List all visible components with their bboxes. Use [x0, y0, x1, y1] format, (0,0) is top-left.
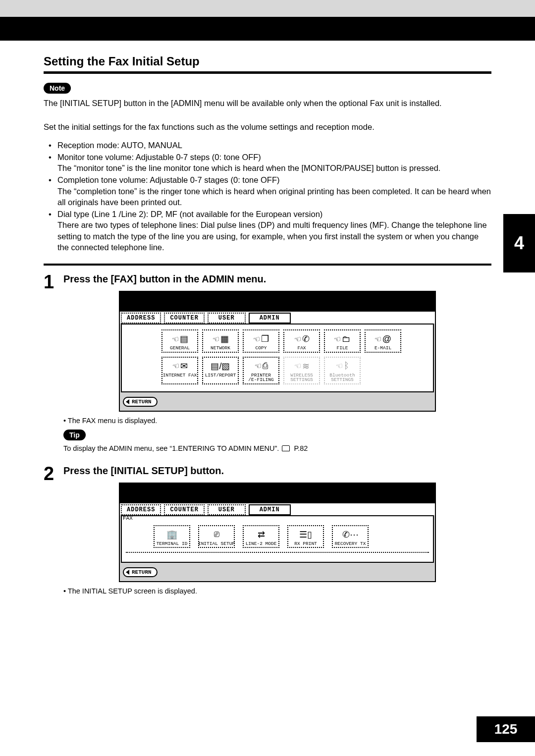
fax-line2-mode-button[interactable]: ⇄LINE-2 MODE	[243, 525, 279, 548]
btn-label: FAX	[297, 346, 306, 351]
lcd-footer: RETURN	[120, 393, 435, 411]
btn-label: GENERAL	[170, 346, 190, 351]
list-item: Completion tone volume: Adjustable 0-7 s…	[44, 174, 491, 208]
lcd-titlebar	[120, 484, 435, 503]
lcd-screenshot-fax: ADDRESS COUNTER USER ADMIN FAX 🏢TERMINAL…	[119, 483, 436, 582]
btn-label: Bluetooth SETTINGS	[329, 373, 355, 382]
bluetooth-icon: ᛒ	[344, 361, 349, 371]
hand-icon: ☞	[254, 361, 262, 371]
list-item: Monitor tone volume: Adjustable 0-7 step…	[44, 152, 491, 174]
section-heading: Setting the Fax Initial Setup	[44, 54, 491, 68]
page-content: Setting the Fax Initial Setup Note The […	[0, 17, 535, 600]
btn-label: E-MAIL	[374, 346, 391, 351]
recovery-icon: ✆⋯	[342, 528, 359, 541]
printer-icon: ⎙	[263, 361, 268, 371]
admin-bluetooth-button[interactable]: ☞ᛒBluetooth SETTINGS	[324, 357, 361, 384]
btn-label: LINE-2 MODE	[246, 541, 277, 546]
admin-list-report-button[interactable]: ▤/▧LIST/REPORT	[202, 357, 239, 384]
list-item-line: Monitor tone volume: Adjustable 0-7 step…	[57, 153, 261, 162]
list-icon: ▤	[180, 333, 188, 344]
btn-label: TERMINAL ID	[157, 541, 188, 546]
tab-address[interactable]: ADDRESS	[121, 313, 161, 324]
wireless-icon: ≋	[302, 361, 310, 372]
admin-general-button[interactable]: ☞▤GENERAL	[161, 329, 198, 353]
tab-address[interactable]: ADDRESS	[121, 504, 161, 515]
report-icon: ▤/▧	[211, 361, 230, 372]
lcd-screenshot-admin: ADDRESS COUNTER USER ADMIN ☞▤GENERAL ☞▦N…	[119, 291, 436, 412]
hand-icon: ☞	[171, 334, 179, 344]
tip-text-main: To display the ADMIN menu, see “1.ENTERI…	[63, 444, 279, 452]
step-body: Press the [FAX] button in the ADMIN menu…	[63, 272, 491, 461]
list-item-sub: The “monitor tone” is the line monitor t…	[57, 162, 491, 173]
admin-internet-fax-button[interactable]: ☞✉INTERNET FAX	[161, 357, 198, 384]
admin-copy-button[interactable]: ☞❐COPY	[243, 329, 279, 353]
tip-page-ref: P.82	[294, 444, 308, 452]
btn-label: INTERNET FAX	[163, 373, 197, 378]
btn-label: WIRELESS SETTINGS	[290, 373, 313, 382]
rx-print-icon: ☰▯	[299, 528, 312, 541]
step-2: 2 Press the [INITIAL SETUP] button. ADDR…	[44, 464, 491, 600]
hand-icon: ☞	[212, 334, 220, 344]
step-body: Press the [INITIAL SETUP] button. ADDRES…	[63, 464, 491, 600]
dotted-divider	[126, 552, 429, 553]
intro-text: Set the initial settings for the fax fun…	[44, 121, 491, 132]
lcd-panel: ☞▤GENERAL ☞▦NETWORK ☞❐COPY ☞✆FAX ☞🗀FILE …	[121, 324, 434, 392]
admin-file-button[interactable]: ☞🗀FILE	[324, 329, 361, 353]
admin-email-button[interactable]: ☞@E-MAIL	[365, 329, 401, 353]
admin-printer-efiling-button[interactable]: ☞⎙PRINTER /E-FILING	[243, 357, 279, 384]
page-number: 125	[477, 716, 535, 742]
tab-admin[interactable]: ADMIN	[249, 504, 291, 515]
hand-icon: ☞	[333, 334, 341, 344]
fax-setup-icon: ⎚	[214, 528, 219, 541]
step-title: Press the [INITIAL SETUP] button.	[63, 465, 491, 477]
lcd-body: ADDRESS COUNTER USER ADMIN ☞▤GENERAL ☞▦N…	[120, 312, 435, 411]
list-item: Reception mode: AUTO, MANUAL	[44, 140, 491, 151]
return-button[interactable]: RETURN	[123, 397, 158, 407]
fax-initial-setup-button[interactable]: ⎚INITIAL SETUP	[198, 525, 235, 548]
building-icon: 🏢	[166, 528, 177, 541]
return-button[interactable]: RETURN	[123, 567, 158, 577]
hand-icon: ☞	[335, 361, 343, 371]
admin-network-button[interactable]: ☞▦NETWORK	[202, 329, 239, 353]
file-icon: 🗀	[342, 334, 351, 344]
tab-counter[interactable]: COUNTER	[164, 504, 204, 515]
admin-wireless-button[interactable]: ☞≋WIRELESS SETTINGS	[283, 357, 320, 384]
note-badge: Note	[44, 83, 71, 94]
step-title: Press the [FAX] button in the ADMIN menu…	[63, 273, 491, 285]
lcd-footer: RETURN	[120, 564, 435, 581]
btn-label: PRINTER /E-FILING	[248, 373, 273, 382]
list-item-sub: There are two types of telephone lines: …	[57, 219, 491, 253]
hand-icon: ☞	[293, 334, 302, 344]
step-number: 1	[44, 272, 63, 291]
fax-terminal-id-button[interactable]: 🏢TERMINAL ID	[154, 525, 190, 548]
book-icon	[282, 445, 290, 451]
hand-icon: ☞	[252, 334, 261, 344]
btn-label: COPY	[256, 346, 267, 351]
tab-admin[interactable]: ADMIN	[249, 313, 291, 324]
fax-rx-print-button[interactable]: ☰▯RX PRINT	[287, 525, 324, 548]
heading-rule	[44, 71, 491, 74]
list-item-sub: The “completion tone” is the ringer tone…	[57, 186, 491, 208]
ifax-icon: ✉	[180, 361, 188, 372]
separator-rule	[44, 264, 491, 266]
tab-counter[interactable]: COUNTER	[164, 313, 204, 324]
step-number: 2	[44, 464, 63, 483]
step-result: The FAX menu is displayed.	[63, 417, 491, 425]
btn-label: NETWORK	[211, 346, 230, 351]
lcd-titlebar	[120, 292, 435, 312]
fax-recovery-tx-button[interactable]: ✆⋯RECOVERY TX	[332, 525, 369, 548]
step-1: 1 Press the [FAX] button in the ADMIN me…	[44, 272, 491, 461]
admin-button-grid: ☞▤GENERAL ☞▦NETWORK ☞❐COPY ☞✆FAX ☞🗀FILE …	[126, 329, 429, 384]
lcd-body: ADDRESS COUNTER USER ADMIN FAX 🏢TERMINAL…	[120, 503, 435, 581]
list-item: Dial type (Line 1 /Line 2): DP, MF (not …	[44, 209, 491, 253]
manual-page: 4 125 Setting the Fax Initial Setup Note…	[0, 0, 535, 756]
tip-text: To display the ADMIN menu, see “1.ENTERI…	[63, 444, 491, 452]
btn-label: RECOVERY TX	[335, 541, 366, 546]
tab-user[interactable]: USER	[208, 313, 246, 324]
copy-icon: ❐	[261, 333, 269, 344]
hand-icon: ☞	[374, 334, 382, 344]
btn-label: LIST/REPORT	[205, 373, 236, 378]
tab-user[interactable]: USER	[208, 504, 246, 515]
email-icon: @	[382, 334, 391, 344]
admin-fax-button[interactable]: ☞✆FAX	[283, 329, 320, 353]
